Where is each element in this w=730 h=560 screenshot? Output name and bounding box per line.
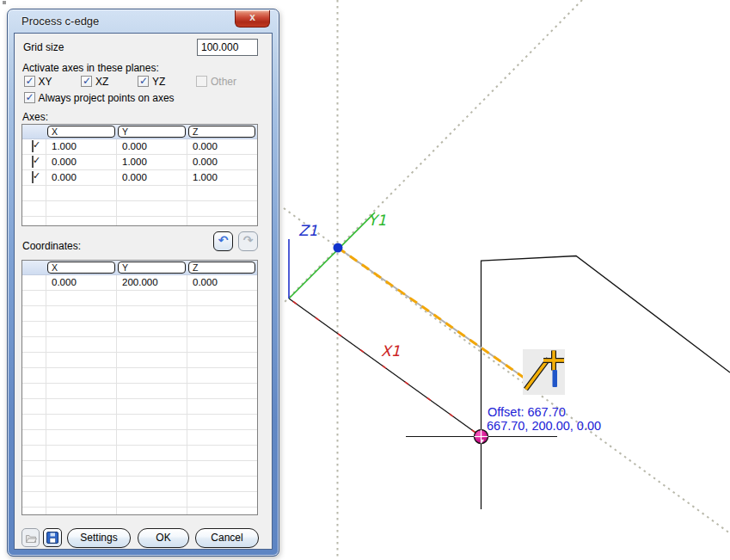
coord-cell: 200.000 <box>117 275 187 290</box>
xy-checkbox-label: XY <box>39 76 52 88</box>
settings-button[interactable]: Settings <box>67 528 131 548</box>
coordinates-table-empty-row[interactable] <box>22 446 257 461</box>
undo-icon: ↶ <box>218 233 229 247</box>
xz-checkbox-label: XZ <box>95 76 108 88</box>
coordinates-table-empty-row[interactable] <box>22 322 257 337</box>
coordinates-table-empty-row[interactable] <box>22 399 257 415</box>
undo-button[interactable]: ↶ <box>213 231 233 251</box>
coordinates-table-empty-row[interactable] <box>22 430 257 446</box>
offset-readout-line2: 667.70, 200.00, 0.00 <box>487 419 601 433</box>
offset-readout-line1: Offset: 667.70 <box>488 405 566 419</box>
other-checkbox-box <box>196 76 207 87</box>
coordinates-table-empty-row[interactable] <box>22 291 257 306</box>
axes-table-empty-row[interactable] <box>22 186 257 201</box>
coordinates-table-empty-row[interactable] <box>22 384 257 399</box>
axes-section-label: Axes: <box>22 111 48 123</box>
ok-button[interactable]: OK <box>138 528 189 548</box>
always-project-label: Always project points on axes <box>39 92 175 104</box>
x1-axis-label: X1 <box>381 342 400 360</box>
coord-column-header-z[interactable]: Z <box>188 262 255 274</box>
axes-cell: 1.000 <box>46 139 117 154</box>
rubber-band-orange <box>338 248 540 389</box>
axes-cell: 0.000 <box>46 170 117 185</box>
yz-checkbox-label: YZ <box>152 76 165 88</box>
coordinates-table-empty-row[interactable] <box>22 337 257 353</box>
open-folder-icon <box>25 532 37 544</box>
coordinates-table-empty-row[interactable] <box>22 461 257 477</box>
geometry-outline <box>482 256 730 510</box>
axes-table-row[interactable]: 0.000 0.000 1.000 <box>22 170 257 186</box>
axes-column-header-z[interactable]: Z <box>188 126 255 138</box>
cursor-icon <box>523 349 565 395</box>
axis-row-checkbox[interactable] <box>32 140 34 152</box>
axes-table-header: X Y Z <box>22 125 257 139</box>
dialog-title: Process c-edge <box>21 15 99 28</box>
yz-checkbox-box[interactable] <box>138 76 149 87</box>
close-icon: x <box>249 11 255 23</box>
other-checkbox-label: Other <box>211 76 236 88</box>
coordinates-table-empty-row[interactable] <box>22 415 257 430</box>
axes-table-row[interactable]: 0.000 1.000 0.000 <box>22 155 257 170</box>
checkbox-yz[interactable]: YZ <box>138 76 189 88</box>
current-point[interactable] <box>334 243 343 253</box>
checkbox-xz[interactable]: XZ <box>81 76 132 88</box>
axes-column-header-x[interactable]: X <box>47 126 115 138</box>
redo-button: ↷ <box>238 231 258 251</box>
always-project-checkbox-box[interactable] <box>24 92 35 103</box>
coordinates-table-empty-row[interactable] <box>22 353 257 368</box>
cancel-button[interactable]: Cancel <box>195 528 259 548</box>
coordinates-table-header: X Y Z <box>22 261 257 275</box>
y1-axis-label: Y1 <box>368 212 386 229</box>
process-c-edge-dialog: Process c-edge x Grid size Activate axes… <box>7 9 279 557</box>
planes-label: Activate axes in these planes: <box>22 62 159 74</box>
grid-size-label: Grid size <box>23 41 64 53</box>
coord-cell: 0.000 <box>46 275 117 290</box>
axes-column-header-y[interactable]: Y <box>118 126 186 138</box>
coordinates-section-label: Coordinates: <box>22 240 81 252</box>
axes-cell: 1.000 <box>187 170 257 185</box>
x1-axis-red-dashes <box>289 298 482 437</box>
axis-row-checkbox[interactable] <box>32 171 34 183</box>
insert-bar-icon <box>553 370 558 387</box>
coord-column-header-y[interactable]: Y <box>118 262 186 274</box>
axes-cell: 1.000 <box>117 155 187 169</box>
close-button[interactable]: x <box>235 10 270 28</box>
axes-cell: 0.000 <box>117 139 187 154</box>
grid-size-input[interactable] <box>197 39 258 56</box>
coordinates-table-empty-row[interactable] <box>22 306 257 322</box>
open-button <box>21 528 40 547</box>
coordinates-table-empty-row[interactable] <box>22 477 257 492</box>
dialog-content: Grid size Activate axes in these planes:… <box>14 33 273 550</box>
axes-cell: 0.000 <box>187 139 257 154</box>
xz-checkbox-box[interactable] <box>81 76 92 87</box>
coordinates-table-empty-row[interactable] <box>22 368 257 384</box>
coordinates-table: X Y Z 0.000 200.000 0.000 <box>21 260 258 515</box>
axes-table-empty-row[interactable] <box>22 217 257 226</box>
xy-checkbox-box[interactable] <box>24 76 35 87</box>
checkbox-always-project[interactable]: Always project points on axes <box>24 92 248 104</box>
coordinates-table-empty-row[interactable] <box>22 508 257 515</box>
coord-column-header-x[interactable]: X <box>47 262 115 274</box>
axes-table-row[interactable]: 1.000 0.000 0.000 <box>22 139 257 155</box>
redo-icon: ↷ <box>243 233 254 247</box>
coordinates-table-empty-row[interactable] <box>22 492 257 508</box>
axes-table-empty-row[interactable] <box>22 201 257 217</box>
axis-row-checkbox[interactable] <box>32 156 34 168</box>
save-button[interactable] <box>43 528 62 547</box>
save-floppy-icon <box>46 532 58 544</box>
axes-table: X Y Z 1.000 0.000 0.000 0.000 1.000 0.00… <box>21 124 258 226</box>
checkbox-other: Other <box>196 76 256 88</box>
z1-axis-label: Z1 <box>298 222 317 239</box>
axes-cell: 0.000 <box>46 155 117 169</box>
axes-cell: 0.000 <box>187 155 257 169</box>
coord-cell: 0.000 <box>187 275 257 290</box>
screen: { "window": { "title": "Process c-edge",… <box>0 0 730 560</box>
coordinates-table-row[interactable]: 0.000 200.000 0.000 <box>22 275 257 291</box>
axes-cell: 0.000 <box>117 170 187 185</box>
checkbox-xy[interactable]: XY <box>24 76 76 88</box>
